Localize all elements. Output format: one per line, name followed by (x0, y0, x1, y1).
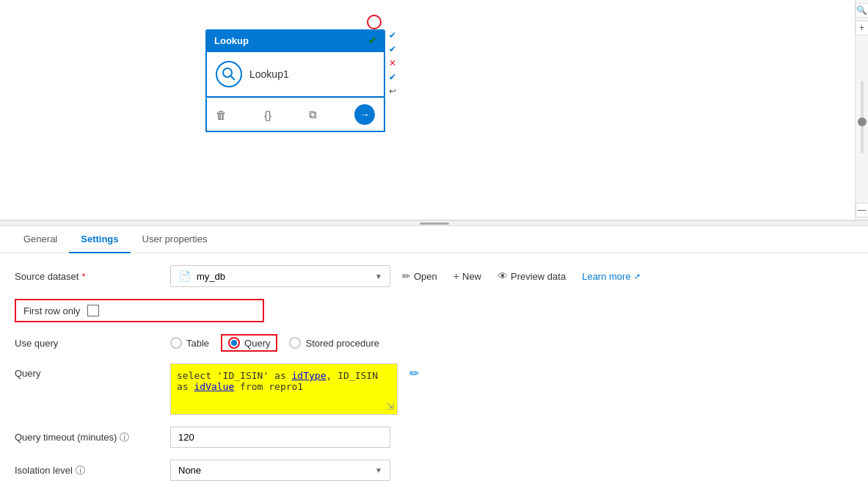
external-link-icon: ➚ (634, 272, 641, 281)
query-timeout-info-icon[interactable]: ⓘ (120, 431, 129, 444)
radio-stored-procedure[interactable]: Stored procedure (289, 337, 379, 349)
slider-track (861, 81, 864, 154)
radio-table[interactable]: Table (170, 337, 209, 349)
radio-query-btn (228, 337, 240, 349)
side-undo-icon: ↩ (387, 85, 398, 97)
side-check1-icon: ✔ (387, 29, 398, 41)
isolation-level-row: Isolation level ⓘ None ▼ (15, 460, 853, 481)
dataset-select-chevron: ▼ (375, 272, 382, 280)
query-textarea[interactable]: select 'ID_ISIN' as idType, ID_ISIN as i… (170, 363, 398, 415)
zoom-search-icon[interactable]: 🔍 (856, 3, 869, 18)
query-row: Query select 'ID_ISIN' as idType, ID_ISI… (15, 363, 853, 415)
query-label: Query (15, 363, 161, 379)
query-edit-icon[interactable]: ✏ (409, 366, 419, 380)
lookup-node-body: Lookup1 (205, 52, 385, 98)
query-link-idvalue: idValue (194, 381, 234, 392)
query-input-area: select 'ID_ISIN' as idType, ID_ISIN as i… (170, 363, 419, 415)
preview-data-button[interactable]: 👁 Preview data (493, 267, 570, 285)
tab-settings[interactable]: Settings (69, 226, 130, 253)
new-button[interactable]: + New (449, 267, 486, 285)
radio-stored-procedure-btn (289, 337, 301, 349)
query-timeout-row: Query timeout (minutes) ⓘ (15, 427, 853, 448)
settings-panel: General Settings User properties Source … (0, 226, 868, 489)
query-link-idtype: idType (292, 370, 327, 381)
plus-icon: + (453, 270, 459, 282)
top-connector[interactable] (367, 15, 382, 29)
tabs-bar: General Settings User properties (0, 226, 868, 253)
query-timeout-label: Query timeout (minutes) ⓘ (15, 431, 161, 444)
query-text-part3: from repro1 (234, 381, 303, 392)
delete-icon[interactable]: 🗑 (216, 109, 227, 121)
code-icon[interactable]: {} (264, 109, 271, 121)
query-textarea-wrapper: select 'ID_ISIN' as idType, ID_ISIN as i… (170, 363, 398, 415)
isolation-level-label: Isolation level ⓘ (15, 464, 161, 477)
svg-line-1 (231, 76, 235, 80)
right-scrollbar: 🔍 + — (855, 0, 868, 220)
zoom-plus-icon[interactable]: + (856, 21, 869, 35)
source-dataset-row: Source dataset * 📄 my_db ▼ ✏ Open + New (15, 265, 853, 287)
zoom-slider[interactable] (861, 35, 864, 200)
copy-icon[interactable]: ⧉ (309, 108, 317, 121)
lookup-node-title: Lookup (214, 35, 249, 46)
radio-table-label: Table (186, 338, 209, 349)
first-row-only-row: First row only (15, 299, 264, 322)
isolation-level-select[interactable]: None ▼ (170, 460, 390, 481)
open-button[interactable]: ✏ Open (398, 267, 442, 285)
settings-content: Source dataset * 📄 my_db ▼ ✏ Open + New (0, 253, 868, 489)
svg-point-0 (223, 68, 232, 77)
source-dataset-select[interactable]: 📄 my_db ▼ (170, 265, 390, 287)
first-row-only-label: First row only (23, 305, 80, 316)
pencil-icon: ✏ (402, 270, 411, 282)
slider-thumb (858, 117, 867, 126)
canvas-area: Lookup ✔ Lookup1 🗑 {} ⧉ → ✔ ✔ ✕ ✔ ↩ 🔍 (0, 0, 868, 220)
side-check3-icon: ✔ (387, 71, 398, 83)
isolation-level-chevron: ▼ (375, 466, 382, 474)
divider-line (420, 222, 449, 225)
learn-more-link[interactable]: Learn more ➚ (577, 268, 644, 285)
tab-user-properties[interactable]: User properties (131, 226, 219, 253)
use-query-label: Use query (15, 338, 161, 349)
lookup-node-header[interactable]: Lookup ✔ (205, 29, 385, 52)
radio-table-btn (170, 337, 182, 349)
radio-stored-procedure-label: Stored procedure (305, 338, 379, 349)
node-check-icon: ✔ (368, 35, 376, 46)
radio-query[interactable]: Query (221, 334, 277, 352)
resize-handle: ⇲ (386, 400, 395, 412)
side-check2-icon: ✔ (387, 43, 398, 55)
required-star: * (81, 271, 85, 282)
panel-divider[interactable] (0, 220, 868, 226)
use-query-row: Use query Table Query Store (15, 334, 853, 352)
isolation-level-value: None (178, 465, 369, 476)
zoom-minus-icon[interactable]: — (856, 203, 869, 217)
radio-query-inner (231, 340, 237, 346)
source-dataset-controls: 📄 my_db ▼ ✏ Open + New 👁 Preview data (170, 265, 853, 287)
arrow-forward-icon[interactable]: → (354, 104, 375, 125)
side-x-icon: ✕ (387, 57, 398, 69)
side-icons: ✔ ✔ ✕ ✔ ↩ (387, 29, 398, 97)
query-text-part1: select 'ID_ISIN' as (177, 370, 292, 381)
use-query-radio-group: Table Query Stored procedure (170, 334, 379, 352)
dataset-select-value: my_db (197, 271, 369, 282)
lookup-node: Lookup ✔ Lookup1 🗑 {} ⧉ → (205, 29, 385, 132)
dataset-db-icon: 📄 (178, 270, 191, 282)
lookup-node-name: Lookup1 (249, 68, 289, 80)
tab-general[interactable]: General (12, 226, 69, 253)
query-timeout-input[interactable] (170, 427, 390, 448)
lookup-node-footer: 🗑 {} ⧉ → (205, 98, 385, 132)
lookup-search-icon (216, 61, 242, 87)
source-dataset-label: Source dataset * (15, 271, 161, 282)
isolation-level-info-icon[interactable]: ⓘ (76, 464, 85, 477)
radio-query-label: Query (244, 338, 270, 349)
first-row-only-checkbox[interactable] (87, 305, 99, 316)
preview-icon: 👁 (497, 270, 508, 282)
